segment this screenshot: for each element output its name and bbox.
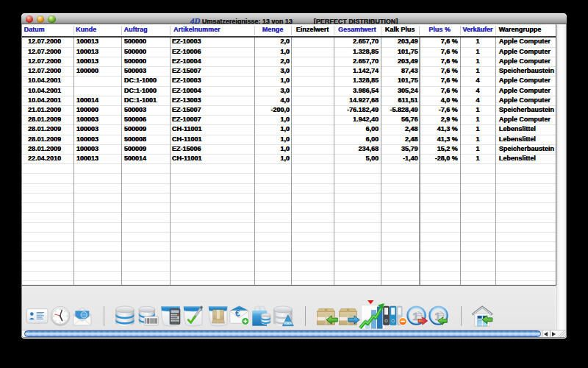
svg-text:€: € xyxy=(235,308,240,319)
svg-text:RMA: RMA xyxy=(284,322,292,325)
svg-text:1: 1 xyxy=(412,310,418,322)
